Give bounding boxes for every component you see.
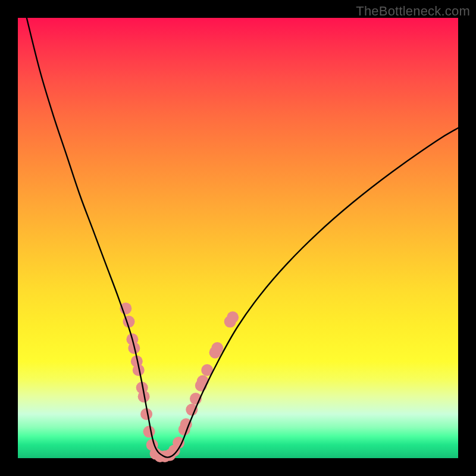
data-dot: [186, 404, 198, 416]
plot-area: [18, 18, 458, 458]
data-dot: [197, 375, 209, 387]
chart-frame: TheBottleneck.com: [0, 0, 476, 476]
watermark-text: TheBottleneck.com: [356, 4, 470, 19]
chart-svg: [18, 18, 458, 458]
data-dot: [173, 437, 184, 449]
data-dot: [143, 426, 155, 438]
bottleneck-curve: [27, 18, 458, 458]
dots-group: [120, 302, 239, 462]
data-dot: [211, 342, 223, 354]
data-dot: [227, 311, 239, 323]
